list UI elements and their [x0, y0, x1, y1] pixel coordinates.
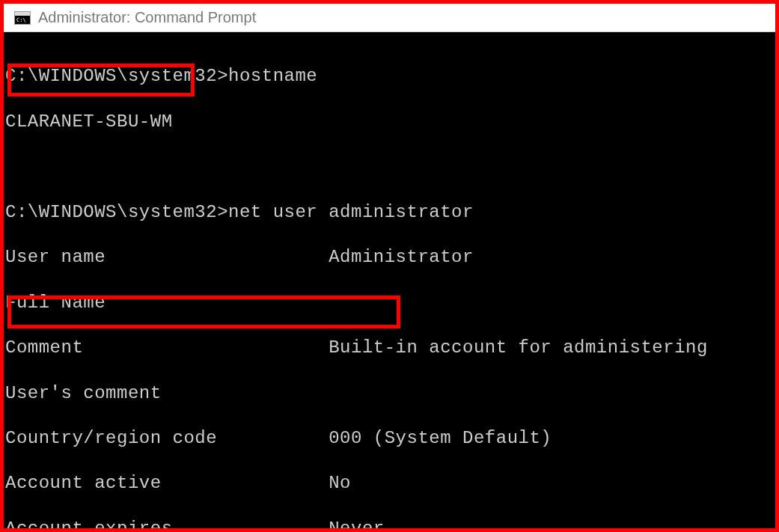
window-titlebar: Administrator: Command Prompt — [4, 4, 775, 32]
row-username: User name Administrator — [4, 246, 775, 269]
terminal-output[interactable]: C:\WINDOWS\system32>hostname CLARANET-SB… — [4, 32, 775, 528]
prompt: C:\WINDOWS\system32> — [5, 66, 228, 86]
row-comment: Comment Built-in account for administeri… — [4, 337, 775, 359]
row-usercomment: User's comment — [4, 382, 775, 405]
prompt: C:\WINDOWS\system32> — [5, 202, 228, 222]
row-accountexpires: Account expires Never — [4, 518, 775, 532]
row-countrycode: Country/region code 000 (System Default) — [4, 427, 775, 450]
row-accountactive: Account active No — [4, 472, 775, 495]
cmd-icon — [14, 11, 31, 25]
command-netuser: net user administrator — [228, 202, 474, 222]
hostname-output: CLARANET-SBU-WM — [5, 111, 173, 132]
command-hostname: hostname — [228, 66, 317, 86]
row-fullname: Full Name — [4, 292, 775, 314]
window-title: Administrator: Command Prompt — [38, 9, 256, 26]
